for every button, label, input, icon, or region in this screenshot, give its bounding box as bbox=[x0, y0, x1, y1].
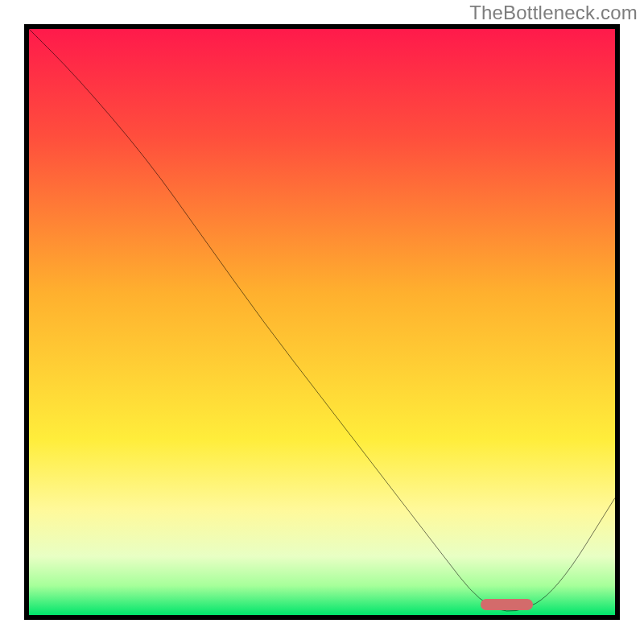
bottleneck-curve bbox=[29, 29, 615, 615]
plot-area bbox=[24, 24, 620, 620]
watermark-text: TheBottleneck.com bbox=[469, 2, 638, 24]
chart-container: { "watermark": "TheBottleneck.com", "col… bbox=[0, 0, 644, 644]
optimal-range-marker bbox=[481, 599, 534, 610]
